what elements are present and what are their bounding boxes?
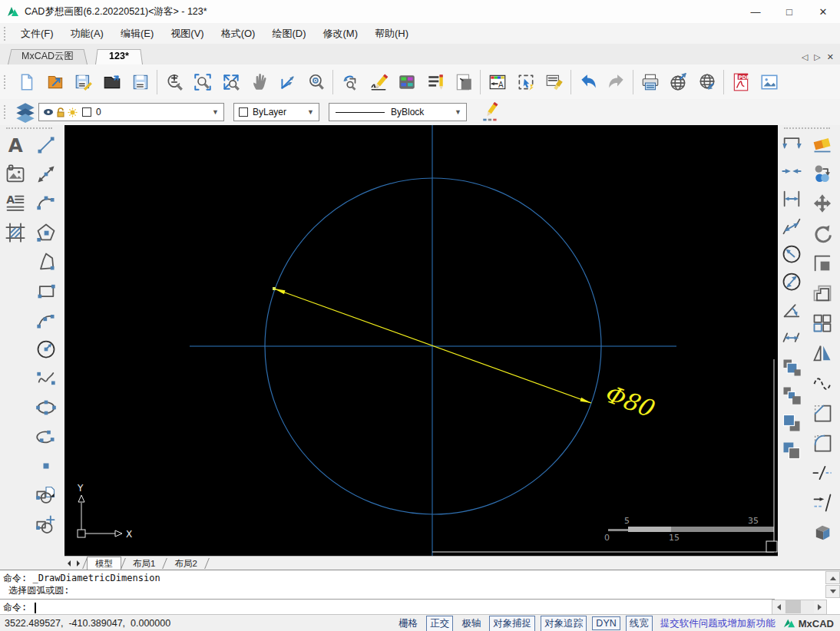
layout-tab-layout1[interactable]: 布局1 — [125, 557, 163, 570]
tab-123[interactable]: 123* — [95, 48, 143, 64]
arc-3point-icon[interactable] — [33, 191, 59, 216]
rotated-dimension-icon[interactable] — [779, 325, 805, 349]
scroll-up-icon[interactable] — [825, 571, 840, 584]
linear-dimension-icon[interactable] — [779, 187, 805, 211]
draw-settings-icon[interactable] — [476, 97, 504, 127]
new-file-icon[interactable] — [12, 68, 41, 97]
command-scrollbar[interactable] — [825, 571, 838, 598]
publish-web-icon[interactable] — [664, 68, 693, 97]
toggle-grid[interactable]: 栅格 — [395, 616, 421, 631]
tab-mxcad-cloud[interactable]: MxCAD云图 — [8, 48, 88, 64]
scroll-right-icon[interactable] — [814, 600, 826, 613]
match-properties-icon[interactable] — [540, 68, 568, 97]
scale-icon[interactable] — [809, 251, 835, 276]
move-icon[interactable] — [809, 191, 835, 216]
menu-modify[interactable]: 修改(M) — [314, 24, 366, 44]
export-image-icon[interactable] — [755, 68, 783, 97]
menu-file[interactable]: 文件(F) — [12, 24, 62, 44]
open-drawing-icon[interactable] — [41, 68, 69, 97]
tab-close-icon[interactable]: ✕ — [827, 52, 834, 62]
edit-curve-icon[interactable] — [809, 371, 835, 395]
menu-function[interactable]: 功能(A) — [62, 24, 112, 44]
open-folder-icon[interactable] — [98, 68, 126, 97]
menu-view[interactable]: 视图(V) — [162, 24, 212, 44]
point-icon[interactable] — [33, 454, 59, 478]
toggle-ortho[interactable]: 正交 — [426, 616, 453, 631]
export-pdf-icon[interactable]: PDF — [726, 68, 755, 97]
save-icon[interactable] — [69, 68, 98, 97]
toggle-dyn[interactable]: DYN — [592, 616, 620, 630]
fillet-icon[interactable] — [809, 431, 835, 455]
menu-help[interactable]: 帮助(H) — [366, 24, 417, 44]
command-input[interactable]: 命令: — [0, 599, 775, 616]
chamfer-icon[interactable] — [809, 401, 835, 425]
circle-icon[interactable] — [33, 337, 59, 362]
layout-scroll-right-icon[interactable] — [77, 560, 80, 567]
menu-edit[interactable]: 编辑(E) — [112, 24, 162, 44]
make-block-icon[interactable] — [33, 483, 59, 507]
toggle-osnap[interactable]: 对象捕捉 — [489, 616, 535, 631]
close-button[interactable]: ✕ — [806, 0, 840, 23]
dimension-style-icon[interactable]: A — [483, 68, 511, 97]
array-icon[interactable] — [809, 311, 835, 335]
menu-draw[interactable]: 绘图(D) — [263, 24, 314, 44]
mirror-icon[interactable] — [809, 341, 835, 365]
sketch-icon[interactable] — [364, 68, 392, 97]
angular-dimension-icon[interactable] — [779, 297, 805, 322]
page-setup-icon[interactable] — [449, 68, 478, 97]
draworder-front-icon[interactable] — [779, 355, 805, 380]
line-icon[interactable] — [33, 133, 59, 157]
layers-icon[interactable] — [12, 97, 38, 127]
brand-badge[interactable]: MxCAD — [783, 617, 834, 629]
3d-box-icon[interactable] — [809, 520, 835, 545]
layout-tab-model[interactable]: 模型 — [87, 557, 121, 570]
open-web-icon[interactable] — [693, 68, 721, 97]
pan-icon[interactable] — [245, 68, 273, 97]
ellipse-arc-icon[interactable] — [33, 425, 59, 449]
tab-scroll-right-icon[interactable]: ▷ — [814, 52, 820, 62]
quick-dimension-icon[interactable] — [779, 131, 805, 156]
draworder-above-icon[interactable] — [779, 411, 805, 435]
offset-icon[interactable] — [809, 281, 835, 306]
copy-icon[interactable] — [809, 161, 835, 186]
dimension-break-icon[interactable] — [779, 159, 805, 183]
mtext-icon[interactable]: A — [2, 191, 28, 216]
command-history[interactable]: 命令: _DrawDiametricDimension 选择圆弧或圆: — [0, 570, 826, 599]
zoom-in-out-icon[interactable] — [160, 68, 188, 97]
maximize-button[interactable]: □ — [772, 0, 806, 23]
menu-format[interactable]: 格式(O) — [213, 24, 264, 44]
undo-icon[interactable] — [574, 68, 602, 97]
diametric-dimension[interactable]: Φ80 — [273, 287, 658, 423]
feedback-link[interactable]: 提交软件问题或增加新功能 — [660, 617, 776, 630]
text-icon[interactable]: A — [2, 133, 28, 157]
quick-select-icon[interactable] — [511, 68, 540, 97]
linetype-select[interactable]: ByBlock ▼ — [329, 103, 467, 121]
construction-line-icon[interactable] — [33, 162, 59, 187]
command-hscrollbar[interactable] — [772, 600, 827, 616]
radius-dimension-icon[interactable] — [779, 242, 805, 266]
rectangle-icon[interactable] — [33, 279, 59, 303]
draworder-below-icon[interactable] — [779, 438, 805, 463]
diametric-dimension-icon[interactable] — [779, 269, 805, 294]
color-palette-icon[interactable] — [392, 68, 421, 97]
draworder-back-icon[interactable] — [779, 383, 805, 408]
aligned-dimension-icon[interactable] — [779, 214, 805, 239]
print-icon[interactable] — [636, 68, 664, 97]
zoom-window-icon[interactable] — [188, 68, 217, 97]
zoom-center-icon[interactable] — [302, 68, 330, 97]
layer-select[interactable]: 0 ▼ — [38, 103, 224, 121]
toggle-polar[interactable]: 极轴 — [458, 616, 484, 631]
break-icon[interactable] — [809, 461, 835, 485]
tab-scroll-left-icon[interactable]: ◁ — [802, 52, 808, 62]
redo-icon[interactable] — [602, 68, 630, 97]
color-select[interactable]: ByLayer ▼ — [233, 103, 319, 121]
lengthen-icon[interactable] — [809, 491, 835, 515]
spline-icon[interactable] — [33, 366, 59, 391]
layout-scroll-left-icon[interactable] — [68, 560, 71, 567]
polyline-icon[interactable] — [33, 249, 59, 274]
polygon-icon[interactable] — [33, 220, 59, 245]
insert-block-icon[interactable] — [33, 512, 59, 537]
zoom-extents-icon[interactable] — [217, 68, 245, 97]
text-style-icon[interactable] — [421, 68, 449, 97]
scroll-down-icon[interactable] — [825, 585, 840, 598]
